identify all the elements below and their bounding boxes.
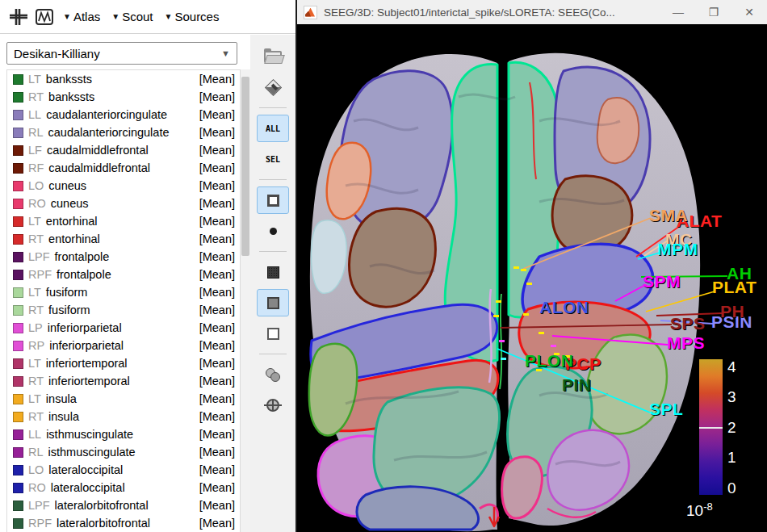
colorbar-tick: 2 bbox=[727, 420, 736, 435]
atlas-select[interactable]: Desikan-Killiany ▼ bbox=[6, 42, 237, 65]
scout-row[interactable]: LTinferiortemporal[Mean] bbox=[7, 354, 240, 372]
scout-color-swatch bbox=[13, 74, 23, 85]
scout-row[interactable]: LOcuneus[Mean] bbox=[7, 177, 240, 195]
scout-prefix: RO bbox=[28, 197, 46, 210]
scout-row[interactable]: LPFlateralorbitofrontal[Mean] bbox=[7, 496, 240, 514]
scout-prefix: RP bbox=[28, 339, 44, 352]
scout-row[interactable]: LTbankssts[Mean] bbox=[7, 70, 240, 88]
scout-row[interactable]: LFcaudalmiddlefrontal[Mean] bbox=[7, 141, 240, 159]
project-scouts-button[interactable] bbox=[257, 392, 289, 419]
scout-color-swatch bbox=[13, 110, 23, 120]
scout-row[interactable]: RPFfrontalpole[Mean] bbox=[7, 266, 240, 283]
brainstorm-app: ▼ Atlas ▼ Scout ▼ Sources Desikan-Killia… bbox=[0, 0, 767, 532]
scout-function: [Mean] bbox=[199, 126, 235, 139]
scout-row[interactable]: ROcuneus[Mean] bbox=[7, 195, 240, 212]
colorbar-tick: 1 bbox=[727, 450, 736, 465]
scout-row[interactable]: RPFlateralorbitofrontal[Mean] bbox=[7, 514, 240, 532]
electrode-label-pin: PIN bbox=[562, 376, 592, 393]
scout-toolbar: ALLSEL bbox=[250, 35, 295, 532]
scout-function: [Mean] bbox=[199, 428, 235, 441]
scout-list-scrollbar[interactable] bbox=[241, 69, 250, 532]
scout-row[interactable]: RFcaudalmiddlefrontal[Mean] bbox=[7, 159, 240, 177]
scout-name: inferiorparietal bbox=[48, 321, 122, 334]
scout-prefix: RT bbox=[28, 304, 44, 316]
scout-list[interactable]: LTbankssts[Mean]RTbankssts[Mean]LLcaudal… bbox=[6, 69, 241, 532]
dropdown-arrow-icon: ▼ bbox=[165, 13, 173, 21]
scout-row[interactable]: LPFfrontalpole[Mean] bbox=[7, 248, 240, 266]
scout-prefix: RF bbox=[28, 161, 44, 174]
scout-color-swatch bbox=[13, 287, 23, 298]
scout-row[interactable]: LOlateraloccipital[Mean] bbox=[7, 461, 240, 479]
toggle-scout-contour-button[interactable] bbox=[257, 186, 289, 214]
scout-name: insula bbox=[48, 410, 79, 423]
patch-style-filled-button[interactable] bbox=[257, 289, 289, 316]
brain-3d-viewport[interactable]: ALATMCPCPPSINSMAMPMAHSPMPLATPHSPSMPSALON… bbox=[297, 24, 767, 532]
close-button[interactable]: ✕ bbox=[731, 0, 767, 24]
scout-function: [Mean] bbox=[199, 90, 235, 103]
scout-name: cuneus bbox=[51, 197, 89, 210]
scout-row[interactable]: RTentorhinal[Mean] bbox=[7, 230, 240, 248]
folder-open-icon bbox=[264, 51, 282, 63]
scout-row[interactable]: LTfusiform[Mean] bbox=[7, 283, 240, 301]
scout-row[interactable]: ROlateraloccipital[Mean] bbox=[7, 479, 240, 496]
scout-function: [Mean] bbox=[199, 446, 235, 459]
dot-icon bbox=[270, 228, 277, 235]
colorbar[interactable] bbox=[699, 359, 723, 495]
scout-function: [Mean] bbox=[199, 321, 235, 334]
scout-row[interactable]: RTinsula[Mean] bbox=[7, 408, 240, 425]
scout-function: [Mean] bbox=[199, 499, 235, 512]
scout-row[interactable]: RPinferiorparietal[Mean] bbox=[7, 337, 240, 354]
scout-color-swatch bbox=[13, 465, 23, 475]
matlab-icon bbox=[304, 6, 317, 19]
scout-color-swatch bbox=[13, 163, 23, 174]
scout-name: lateralorbitofrontal bbox=[55, 499, 149, 512]
patch-style-dense-button[interactable] bbox=[257, 258, 289, 286]
toolbar-divider bbox=[259, 179, 287, 180]
electrode-label-mpm: MPM bbox=[657, 241, 698, 258]
overlay-scouts-button[interactable] bbox=[257, 361, 289, 388]
menu-sources-label: Sources bbox=[174, 10, 219, 23]
maximize-button[interactable]: ❐ bbox=[696, 0, 731, 24]
scout-row[interactable]: RLcaudalanteriorcingulate[Mean] bbox=[7, 124, 240, 141]
scout-prefix: LF bbox=[28, 144, 42, 157]
electrode-label-spl: SPL bbox=[649, 400, 683, 417]
menu-sources[interactable]: ▼ Sources bbox=[161, 8, 223, 25]
scout-row[interactable]: RTbankssts[Mean] bbox=[7, 88, 240, 106]
scout-row[interactable]: LListhmuscingulate[Mean] bbox=[7, 425, 240, 443]
wire-sphere-icon bbox=[266, 399, 279, 412]
figure-title-bar[interactable]: SEEG/3D: Subject01/interictal_spike/sLOR… bbox=[297, 0, 767, 24]
scout-row[interactable]: RTfusiform[Mean] bbox=[7, 301, 240, 319]
scout-prefix: LO bbox=[28, 179, 44, 192]
scout-row[interactable]: RTinferiortemporal[Mean] bbox=[7, 372, 240, 390]
scout-prefix: LPF bbox=[28, 250, 50, 263]
menu-scout[interactable]: ▼ Scout bbox=[108, 8, 156, 25]
scout-row[interactable]: LPinferiorparietal[Mean] bbox=[7, 319, 240, 337]
scout-row[interactable]: LLcaudalanteriorcingulate[Mean] bbox=[7, 106, 240, 124]
scout-name: frontalpole bbox=[57, 268, 111, 281]
scout-point-button[interactable] bbox=[257, 217, 289, 245]
minimize-button[interactable]: — bbox=[660, 0, 696, 24]
scout-function: [Mean] bbox=[199, 481, 235, 494]
show-selected-scouts-button[interactable]: SEL bbox=[257, 145, 289, 173]
toolbar-divider bbox=[259, 251, 287, 252]
dropdown-arrow-icon: ▼ bbox=[63, 13, 71, 21]
scrollbar-thumb[interactable] bbox=[241, 77, 249, 256]
contour-square-icon bbox=[267, 195, 279, 207]
load-atlas-button[interactable] bbox=[257, 43, 289, 70]
scout-color-swatch bbox=[13, 305, 23, 316]
scout-row[interactable]: LTentorhinal[Mean] bbox=[7, 212, 240, 230]
scout-color-swatch bbox=[13, 376, 23, 387]
scout-name: bankssts bbox=[48, 90, 94, 103]
crosshair-icon[interactable] bbox=[8, 6, 29, 27]
scout-prefix: LL bbox=[28, 428, 41, 441]
menu-atlas[interactable]: ▼ Atlas bbox=[60, 8, 103, 25]
scout-name: bankssts bbox=[46, 73, 92, 86]
save-atlas-button[interactable] bbox=[257, 73, 289, 101]
signal-recordings-icon[interactable] bbox=[34, 6, 55, 27]
show-all-scouts-button[interactable]: ALL bbox=[257, 115, 289, 142]
patch-style-transparent-button[interactable] bbox=[257, 320, 289, 347]
scout-row[interactable]: LTinsula[Mean] bbox=[7, 390, 240, 408]
scout-row[interactable]: RListhmuscingulate[Mean] bbox=[7, 443, 240, 461]
scout-name: caudalmiddlefrontal bbox=[47, 144, 149, 157]
electrode-label-sma: SMA bbox=[649, 207, 688, 224]
